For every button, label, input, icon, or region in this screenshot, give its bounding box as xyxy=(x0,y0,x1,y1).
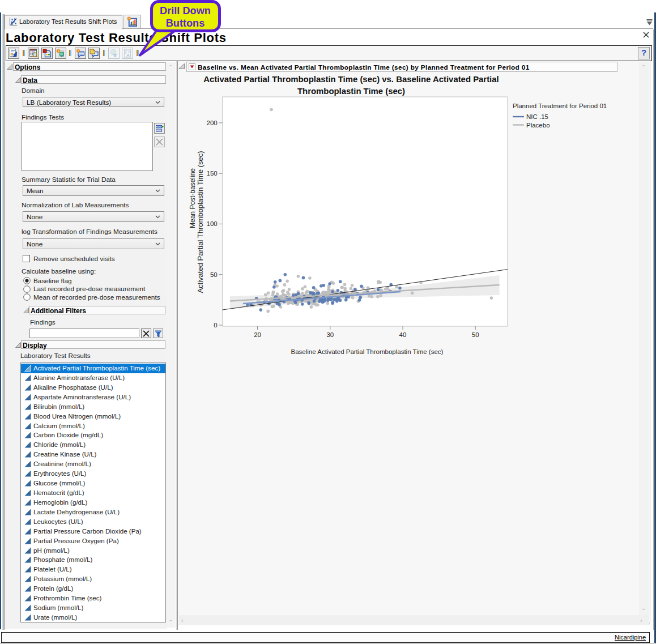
svg-text:50: 50 xyxy=(472,331,479,338)
svg-text:0: 0 xyxy=(214,322,217,329)
svg-text:200: 200 xyxy=(207,120,218,126)
svg-text:NIC .15: NIC .15 xyxy=(526,113,548,120)
svg-text:Activated Partial Thromboplast: Activated Partial Thromboplastin Time (s… xyxy=(203,75,499,84)
svg-text:20: 20 xyxy=(254,331,261,338)
svg-text:40: 40 xyxy=(399,331,407,338)
svg-text:Buttons: Buttons xyxy=(166,18,205,29)
svg-text:Mean Post-baseline: Mean Post-baseline xyxy=(189,168,197,228)
svg-text:100: 100 xyxy=(207,220,218,227)
svg-text:Planned Treatment for Period 0: Planned Treatment for Period 01 xyxy=(513,103,607,109)
svg-text:Activated Partial Thromboplast: Activated Partial Thromboplastin Time (s… xyxy=(196,151,205,293)
svg-text:50: 50 xyxy=(210,271,218,278)
svg-text:Drill Down: Drill Down xyxy=(160,5,211,16)
svg-text:Thromboplastin Time (sec): Thromboplastin Time (sec) xyxy=(297,87,405,96)
svg-text:Baseline Activated Partial Thr: Baseline Activated Partial Thromboplasti… xyxy=(291,348,444,355)
svg-text:150: 150 xyxy=(207,170,218,177)
svg-text:Placebo: Placebo xyxy=(526,122,550,129)
svg-text:30: 30 xyxy=(326,331,334,338)
